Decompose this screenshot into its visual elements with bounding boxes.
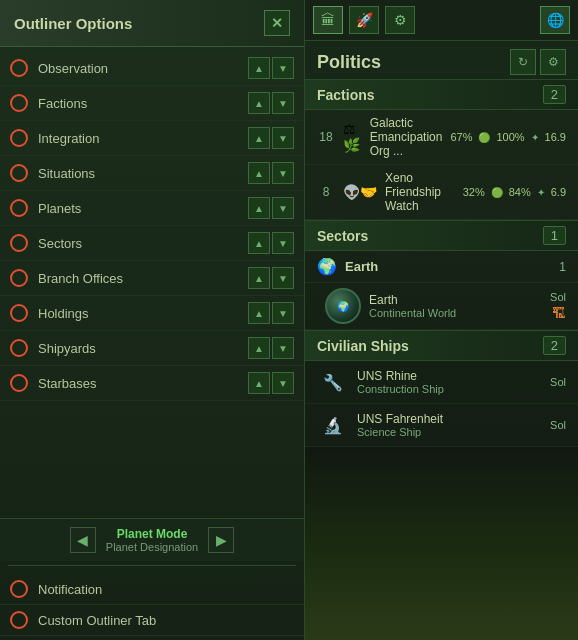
option-up-2[interactable]: ▲	[248, 127, 270, 149]
right-header: Politics ↻ ⚙	[305, 41, 578, 79]
tab-politics-icon[interactable]: 🏛	[313, 6, 343, 34]
close-icon: ✕	[271, 15, 283, 31]
option-up-1[interactable]: ▲	[248, 92, 270, 114]
option-item-8[interactable]: Shipyards ▲ ▼	[0, 331, 304, 366]
option-up-6[interactable]: ▲	[248, 267, 270, 289]
tab-military-icon[interactable]: 🚀	[349, 6, 379, 34]
option-label-1: Factions	[38, 96, 248, 111]
right-header-buttons: ↻ ⚙	[510, 49, 566, 75]
option-arrows-3: ▲ ▼	[248, 162, 294, 184]
option-up-5[interactable]: ▲	[248, 232, 270, 254]
option-down-4[interactable]: ▼	[272, 197, 294, 219]
faction-stat2-1: 84%	[509, 186, 531, 198]
right-panel-background	[305, 447, 578, 640]
option-down-7[interactable]: ▼	[272, 302, 294, 324]
option-arrows-0: ▲ ▼	[248, 57, 294, 79]
faction-stats-1: 32% 🟢 84% ✦ 6.9	[463, 186, 566, 198]
factions-section-header: Factions 2	[305, 79, 578, 110]
faction-stat2-0: 100%	[496, 131, 524, 143]
sector-planet-count-0: 1	[559, 260, 566, 274]
option-up-8[interactable]: ▲	[248, 337, 270, 359]
option-up-4[interactable]: ▲	[248, 197, 270, 219]
ship-name-1: UNS Fahrenheit	[357, 412, 542, 426]
option-circle-0	[10, 59, 28, 77]
bottom-option-circle-1	[10, 611, 28, 629]
option-arrows-1: ▲ ▼	[248, 92, 294, 114]
option-circle-1	[10, 94, 28, 112]
option-item-7[interactable]: Holdings ▲ ▼	[0, 296, 304, 331]
sector-item-0[interactable]: 🌍 Earth 1	[305, 251, 578, 283]
option-down-6[interactable]: ▼	[272, 267, 294, 289]
option-down-0[interactable]: ▼	[272, 57, 294, 79]
settings-button[interactable]: ⚙	[540, 49, 566, 75]
right-panel: 🏛 🚀 ⚙ 🌐 Politics ↻ ⚙ Factions 2 18 ⚖🌿 Ga…	[305, 0, 578, 640]
ship-system-1: Sol	[550, 419, 566, 431]
civilian-ships-section-header: Civilian Ships 2	[305, 330, 578, 361]
option-circle-4	[10, 199, 28, 217]
option-label-7: Holdings	[38, 306, 248, 321]
faction-item-0[interactable]: 18 ⚖🌿 Galactic Emancipation Org ... 67% …	[305, 110, 578, 165]
bottom-option-item-1[interactable]: Custom Outliner Tab	[0, 605, 304, 636]
planet-mode-section: ◀ Planet Mode Planet Designation ▶	[0, 518, 304, 561]
top-bar: 🏛 🚀 ⚙ 🌐	[305, 0, 578, 41]
option-item-0[interactable]: Observation ▲ ▼	[0, 51, 304, 86]
faction-num-1: 8	[317, 185, 335, 199]
planet-mode-sub: Planet Designation	[106, 541, 198, 553]
ship-item-0[interactable]: 🔧 UNS Rhine Construction Ship Sol	[305, 361, 578, 404]
option-item-3[interactable]: Situations ▲ ▼	[0, 156, 304, 191]
option-item-9[interactable]: Starbases ▲ ▼	[0, 366, 304, 401]
option-item-2[interactable]: Integration ▲ ▼	[0, 121, 304, 156]
planet-mode-next-button[interactable]: ▶	[208, 527, 234, 553]
planet-mode-prev-button[interactable]: ◀	[70, 527, 96, 553]
faction-stat3-1: 6.9	[551, 186, 566, 198]
planet-item-0[interactable]: 🌍 Earth Continental World Sol 🏗	[305, 283, 578, 330]
option-up-7[interactable]: ▲	[248, 302, 270, 324]
planet-mode-title: Planet Mode	[106, 527, 198, 541]
ship-type-1: Science Ship	[357, 426, 542, 438]
panel-title-bar: Outliner Options ✕	[0, 0, 304, 47]
close-button[interactable]: ✕	[264, 10, 290, 36]
option-item-4[interactable]: Planets ▲ ▼	[0, 191, 304, 226]
option-label-5: Sectors	[38, 236, 248, 251]
planet-right-0: Sol 🏗	[550, 291, 566, 321]
sectors-section-header: Sectors 1	[305, 220, 578, 251]
planet-mode-text: Planet Mode Planet Designation	[106, 527, 198, 553]
right-panel-title: Politics	[317, 52, 381, 73]
option-item-1[interactable]: Factions ▲ ▼	[0, 86, 304, 121]
refresh-button[interactable]: ↻	[510, 49, 536, 75]
option-circle-5	[10, 234, 28, 252]
option-circle-6	[10, 269, 28, 287]
bottom-option-label-0: Notification	[38, 582, 294, 597]
option-label-9: Starbases	[38, 376, 248, 391]
option-down-5[interactable]: ▼	[272, 232, 294, 254]
tab-settings-icon[interactable]: ⚙	[385, 6, 415, 34]
civilian-ships-count: 2	[543, 336, 566, 355]
option-item-5[interactable]: Sectors ▲ ▼	[0, 226, 304, 261]
option-down-3[interactable]: ▼	[272, 162, 294, 184]
option-circle-8	[10, 339, 28, 357]
ship-type-0: Construction Ship	[357, 383, 542, 395]
bottom-option-item-0[interactable]: Notification	[0, 574, 304, 605]
option-arrows-7: ▲ ▼	[248, 302, 294, 324]
faction-icons-1: 👽🤝	[343, 184, 377, 200]
left-panel: Outliner Options ✕ Observation ▲ ▼ Facti…	[0, 0, 305, 640]
planet-system-0: Sol	[550, 291, 566, 303]
option-down-1[interactable]: ▼	[272, 92, 294, 114]
option-arrows-5: ▲ ▼	[248, 232, 294, 254]
planet-info-0: Earth Continental World	[369, 293, 542, 319]
sector-icon-0: 🌍	[317, 257, 337, 276]
faction-item-1[interactable]: 8 👽🤝 Xeno Friendship Watch 32% 🟢 84% ✦ 6…	[305, 165, 578, 220]
option-arrows-9: ▲ ▼	[248, 372, 294, 394]
sector-name-0: Earth	[345, 259, 551, 274]
option-up-0[interactable]: ▲	[248, 57, 270, 79]
ship-icon-0: 🔧	[317, 366, 349, 398]
option-down-9[interactable]: ▼	[272, 372, 294, 394]
option-label-0: Observation	[38, 61, 248, 76]
tab-globe-icon[interactable]: 🌐	[540, 6, 570, 34]
option-down-8[interactable]: ▼	[272, 337, 294, 359]
option-down-2[interactable]: ▼	[272, 127, 294, 149]
option-up-9[interactable]: ▲	[248, 372, 270, 394]
ship-item-1[interactable]: 🔬 UNS Fahrenheit Science Ship Sol	[305, 404, 578, 447]
option-up-3[interactable]: ▲	[248, 162, 270, 184]
option-item-6[interactable]: Branch Offices ▲ ▼	[0, 261, 304, 296]
